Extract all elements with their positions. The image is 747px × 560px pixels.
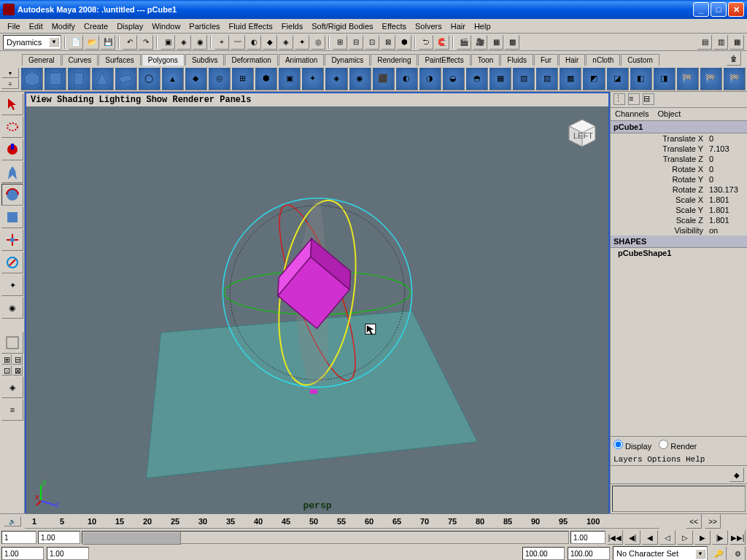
poly-sphere-icon[interactable] [20,67,43,90]
shelf-tab-rendering[interactable]: Rendering [371,54,417,66]
channel-attr-row[interactable]: Visibilityon [611,225,747,236]
panel-icon-2[interactable]: ≡ [628,93,640,105]
channel-attr-value[interactable]: 0 [706,175,747,184]
poly-insert-icon[interactable]: ▩ [559,67,581,90]
anim-start-field[interactable]: 1.00 [1,547,44,560]
shelf-tab-hair[interactable]: Hair [559,54,585,66]
poly-cube-icon[interactable] [44,67,66,90]
poly-bool-icon[interactable]: ◐ [395,67,418,90]
menu-file[interactable]: File [3,20,25,32]
close-button[interactable]: ✕ [728,2,744,17]
persp-view-button[interactable]: ◈ [1,376,23,398]
ipr-button[interactable]: 🎥 [473,35,487,50]
step-back-button[interactable]: ◀ [642,530,658,545]
shelf-layout-button[interactable]: ≡ [1,79,19,89]
time-slider[interactable]: 1510152025303540455055606570758085909510… [25,514,659,529]
module-selector[interactable]: Dynamics [3,35,61,50]
channel-attr-value[interactable]: 130.173 [706,185,747,194]
three-button[interactable]: ⊠ [12,365,23,376]
snap-grid-button[interactable]: ⊞ [333,35,347,50]
tool-settings-button[interactable]: ▥ [713,35,728,50]
poly-sculpt-icon[interactable]: ◪ [606,67,629,90]
last-tool[interactable]: ◉ [1,297,23,319]
maximize-button[interactable]: □ [711,2,727,17]
single-view-button[interactable] [1,332,23,354]
display-radio[interactable]: Display [614,440,651,451]
channel-attr-row[interactable]: Scale Z1.801 [611,215,747,225]
snap-point-button[interactable]: ⊡ [365,35,379,50]
channel-attr-value[interactable]: 1.801 [706,216,747,225]
mask-button-1[interactable]: + [214,35,229,50]
poly-check1-icon[interactable]: 🏁 [676,67,699,90]
history-on-button[interactable]: ⮌ [419,35,433,50]
mask-button-2[interactable]: 〰 [231,35,245,50]
poly-platonic-icon[interactable]: ▣ [278,67,301,90]
snap-live-button[interactable]: ⬢ [397,35,411,50]
shelf-tab-polygons[interactable]: Polygons [142,54,185,66]
new-layer-icon[interactable]: ◆ [729,467,744,482]
mask-button-3[interactable]: ◐ [247,35,261,50]
two-v-button[interactable]: ⊡ [1,365,12,376]
channel-attr-value[interactable]: on [706,226,747,235]
range-prev-button[interactable]: << [686,514,702,529]
channel-attr-row[interactable]: Scale X1.801 [611,195,747,205]
render-button[interactable]: 🎬 [457,35,471,50]
channel-attr-value[interactable]: 0 [706,155,747,163]
minimize-button[interactable]: _ [693,2,709,17]
shape-name[interactable]: pCubeShape1 [611,249,747,257]
show-render-button[interactable]: ▩ [505,35,519,50]
shelf-tab-general[interactable]: General [22,54,61,66]
poly-plane-icon[interactable] [115,67,137,90]
menu-modify[interactable]: Modify [47,20,80,32]
poly-bridge-icon[interactable]: ◓ [465,67,488,90]
poly-torus-icon[interactable]: ◯ [138,67,160,90]
timeline-sound-icon[interactable]: 🔊 [4,516,21,526]
shelf-tab-subdivs[interactable]: Subdivs [185,54,225,66]
poly-bevel-icon[interactable]: ◨ [653,67,676,90]
poly-avg-icon[interactable]: ◒ [442,67,465,90]
anim-start2-field[interactable]: 1.00 [47,547,89,560]
poly-pyramid-icon[interactable]: ◆ [185,67,207,90]
menu-help[interactable]: Help [470,20,495,32]
move-tool[interactable] [1,161,23,183]
go-end-button[interactable]: ▶▶| [729,530,746,545]
prefs-button[interactable]: ⚙ [729,546,746,560]
panel-icon-3[interactable]: ⊟ [643,93,654,105]
render-radio[interactable]: Render [659,440,697,451]
channel-box-button[interactable]: ▦ [729,35,744,50]
object-name-header[interactable]: pCube1 [611,121,747,133]
mask-button-6[interactable]: ✦ [295,35,309,50]
channel-attr-row[interactable]: Rotate Z130.173 [611,184,747,195]
channel-attr-row[interactable]: Translate X0 [611,133,747,144]
select-tool[interactable] [1,93,23,115]
open-scene-button[interactable]: 📂 [85,35,99,50]
poly-append-icon[interactable]: ▦ [489,67,511,90]
lasso-tool[interactable] [1,116,23,138]
viewcube[interactable]: LEFT [566,117,598,149]
poly-check3-icon[interactable]: 🏁 [723,67,746,90]
menu-edit[interactable]: Edit [25,20,47,32]
shelf-tab-deformation[interactable]: Deformation [225,54,277,66]
show-manip-tool[interactable]: ✦ [1,274,23,296]
menu-fluid[interactable]: Fluid Effects [225,20,277,32]
poly-pipe-icon[interactable]: ◎ [208,67,231,90]
new-scene-button[interactable]: 📄 [69,35,83,50]
channels-tab[interactable]: Channels [611,108,653,120]
shelf-tab-dynamics[interactable]: Dynamics [325,54,370,66]
snap-plane-button[interactable]: ⊠ [381,35,395,50]
poly-extract-icon[interactable]: ◉ [349,67,371,90]
shelf-tab-toon[interactable]: Toon [471,54,500,66]
menu-softrigid[interactable]: Soft/Rigid Bodies [307,20,377,32]
play-fwd-button[interactable]: ▷ [677,530,693,545]
viewport-menubar[interactable]: View Shading Lighting Show Renderer Pane… [26,93,608,106]
univ-manip-tool[interactable] [1,229,23,251]
menu-window[interactable]: Window [147,20,185,32]
range-start-field[interactable]: 1 [1,531,36,544]
menu-create[interactable]: Create [80,20,112,32]
poly-offset-icon[interactable]: ◩ [582,67,605,90]
poly-mirror-icon[interactable]: ◧ [630,67,652,90]
undo-button[interactable]: ↶ [123,35,137,50]
channel-attr-row[interactable]: Rotate Y0 [611,174,747,184]
poly-combine-icon[interactable]: ◈ [325,67,347,90]
outliner-button[interactable]: ≡ [1,399,23,421]
